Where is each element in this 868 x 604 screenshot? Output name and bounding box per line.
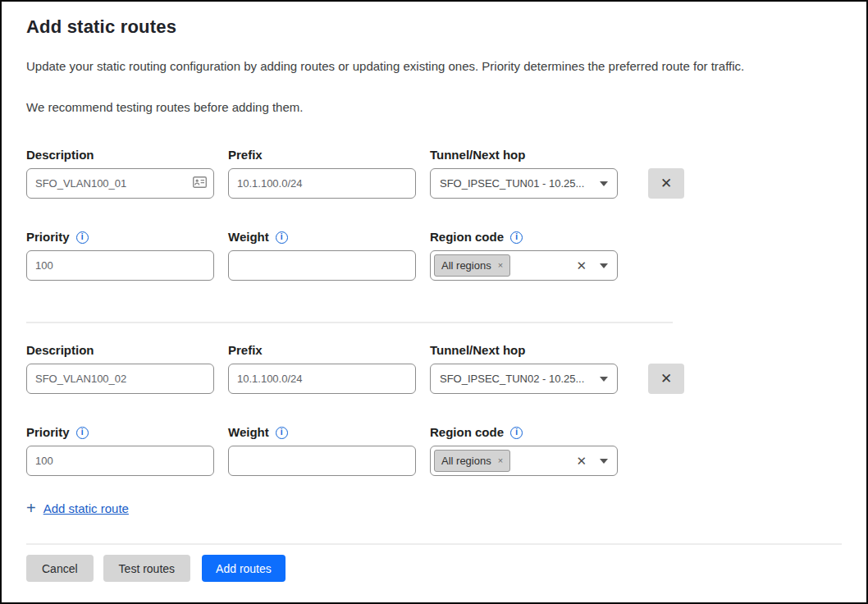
description-label: Description bbox=[26, 343, 214, 358]
priority-input[interactable] bbox=[26, 250, 214, 281]
note-text: We recommend testing routes before addin… bbox=[26, 100, 842, 115]
weight-input[interactable] bbox=[228, 446, 416, 476]
chevron-down-icon bbox=[600, 263, 608, 268]
route-block-1: Description Prefix bbox=[26, 148, 842, 281]
description-label: Description bbox=[26, 148, 214, 162]
description-input[interactable] bbox=[26, 168, 214, 199]
remove-route-button[interactable]: ✕ bbox=[648, 364, 684, 394]
region-field-group: Region code i All regions × ✕ bbox=[430, 230, 618, 281]
chevron-down-icon bbox=[600, 459, 608, 464]
description-field-group: Description bbox=[26, 148, 214, 199]
weight-field-group: Weight i bbox=[228, 425, 416, 476]
intro-text: Update your static routing configuration… bbox=[26, 59, 842, 74]
priority-label: Priority i bbox=[26, 230, 214, 245]
info-icon[interactable]: i bbox=[276, 427, 288, 439]
tunnel-select[interactable]: SFO_IPSEC_TUN01 - 10.25... bbox=[430, 168, 618, 199]
region-field-group: Region code i All regions × ✕ bbox=[430, 425, 618, 476]
chip-remove-icon[interactable]: × bbox=[498, 456, 503, 465]
route-2-secondary-row: Priority i Weight i Region code i bbox=[26, 425, 842, 476]
page-title: Add static routes bbox=[26, 16, 842, 38]
info-icon[interactable]: i bbox=[276, 231, 288, 244]
prefix-label: Prefix bbox=[228, 148, 416, 162]
tunnel-select-value: SFO_IPSEC_TUN01 - 10.25... bbox=[440, 177, 600, 190]
weight-field-group: Weight i bbox=[228, 230, 416, 281]
info-icon[interactable]: i bbox=[76, 231, 89, 244]
info-icon[interactable]: i bbox=[76, 427, 89, 439]
tunnel-field-group: Tunnel/Next hop SFO_IPSEC_TUN02 - 10.25.… bbox=[430, 343, 618, 394]
description-input[interactable] bbox=[26, 364, 214, 394]
tunnel-select[interactable]: SFO_IPSEC_TUN02 - 10.25... bbox=[430, 364, 618, 394]
region-chip: All regions × bbox=[434, 450, 510, 472]
chevron-down-icon bbox=[600, 377, 608, 382]
tunnel-field-group: Tunnel/Next hop SFO_IPSEC_TUN01 - 10.25.… bbox=[430, 148, 618, 199]
priority-input[interactable] bbox=[26, 446, 214, 476]
chip-remove-icon[interactable]: × bbox=[498, 261, 503, 270]
footer-divider bbox=[26, 543, 842, 545]
region-select[interactable]: All regions × ✕ bbox=[430, 250, 618, 281]
tunnel-label: Tunnel/Next hop bbox=[430, 148, 618, 162]
route-1-main-row: Description Prefix bbox=[26, 148, 842, 199]
contact-card-icon[interactable] bbox=[193, 176, 207, 191]
info-icon[interactable]: i bbox=[510, 231, 523, 244]
clear-icon[interactable]: ✕ bbox=[576, 455, 587, 467]
weight-input[interactable] bbox=[228, 250, 416, 281]
region-select[interactable]: All regions × ✕ bbox=[430, 446, 618, 476]
region-label: Region code i bbox=[430, 425, 618, 440]
prefix-input[interactable] bbox=[228, 364, 416, 394]
add-static-route-label: Add static route bbox=[43, 501, 129, 515]
cancel-button[interactable]: Cancel bbox=[26, 555, 94, 582]
test-routes-button[interactable]: Test routes bbox=[103, 555, 190, 582]
weight-label: Weight i bbox=[228, 230, 416, 245]
priority-field-group: Priority i bbox=[26, 425, 214, 476]
region-chip-label: All regions bbox=[441, 259, 491, 272]
chevron-down-icon bbox=[600, 181, 608, 186]
weight-label: Weight i bbox=[228, 425, 416, 440]
footer-actions: Cancel Test routes Add routes bbox=[26, 555, 842, 582]
region-chip-label: All regions bbox=[441, 455, 491, 467]
region-chip: All regions × bbox=[434, 254, 510, 277]
info-icon[interactable]: i bbox=[510, 427, 523, 439]
clear-icon[interactable]: ✕ bbox=[576, 259, 587, 272]
add-static-routes-dialog: Add static routes Update your static rou… bbox=[0, 0, 868, 604]
priority-field-group: Priority i bbox=[26, 230, 214, 281]
route-block-2: Description Prefix Tunnel/Next hop SFO_I… bbox=[26, 343, 842, 476]
description-field-group: Description bbox=[26, 343, 214, 394]
prefix-field-group: Prefix bbox=[228, 148, 416, 199]
priority-label: Priority i bbox=[26, 425, 214, 440]
tunnel-select-value: SFO_IPSEC_TUN02 - 10.25... bbox=[440, 373, 600, 385]
plus-icon: + bbox=[26, 501, 36, 515]
add-routes-button[interactable]: Add routes bbox=[202, 555, 286, 582]
tunnel-label: Tunnel/Next hop bbox=[430, 343, 618, 358]
route-divider bbox=[26, 322, 673, 323]
prefix-label: Prefix bbox=[228, 343, 416, 358]
prefix-field-group: Prefix bbox=[228, 343, 416, 394]
add-static-route-link[interactable]: + Add static route bbox=[26, 501, 129, 515]
route-2-main-row: Description Prefix Tunnel/Next hop SFO_I… bbox=[26, 343, 842, 394]
route-1-secondary-row: Priority i Weight i Region code i bbox=[26, 230, 842, 281]
prefix-input[interactable] bbox=[228, 168, 416, 199]
remove-route-button[interactable]: ✕ bbox=[648, 168, 684, 199]
region-label: Region code i bbox=[430, 230, 618, 245]
